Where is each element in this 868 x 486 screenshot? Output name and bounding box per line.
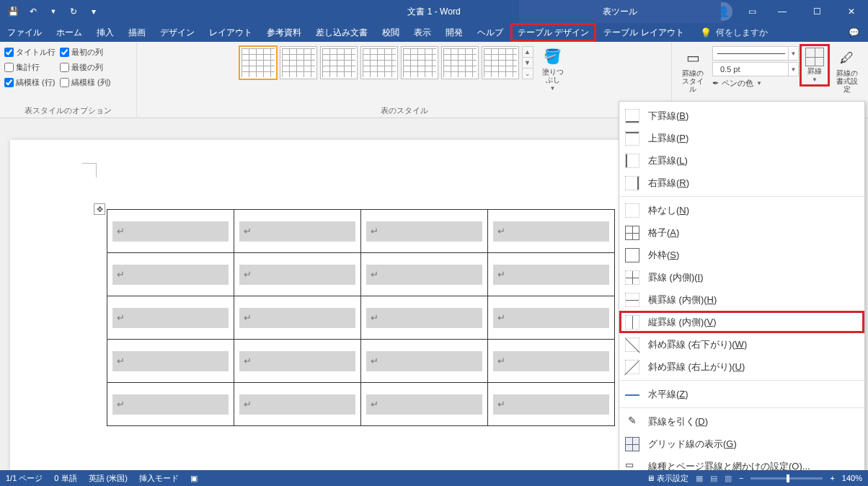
tell-me-search[interactable]: 💡 何をしますか <box>691 23 776 42</box>
close-button[interactable]: ✕ <box>835 0 868 23</box>
menu-right-border[interactable]: 右罫線(R) <box>619 172 864 194</box>
table-style-item[interactable] <box>441 46 479 79</box>
table-style-item[interactable] <box>360 46 398 79</box>
table-cell[interactable]: ↵ <box>234 296 361 340</box>
status-language[interactable]: 英語 (米国) <box>89 473 128 484</box>
tab-file[interactable]: ファイル <box>0 23 49 42</box>
undo-icon[interactable]: ↶ <box>26 6 40 17</box>
table-cell[interactable]: ↵ <box>488 296 615 340</box>
menu-top-border[interactable]: 上罫線(P) <box>619 127 864 149</box>
table-cell[interactable]: ↵ <box>361 383 488 426</box>
tab-table-layout[interactable]: テーブル レイアウト <box>596 23 691 42</box>
menu-all-borders[interactable]: 格子(A) <box>619 221 864 244</box>
menu-diagonal-up[interactable]: 斜め罫線 (右上がり)(U) <box>619 355 864 378</box>
menu-inside-vertical[interactable]: 縦罫線 (内側)(V) <box>619 311 864 333</box>
border-styles-button[interactable]: ▭ 罫線の スタイル <box>676 46 709 94</box>
macro-record-icon[interactable]: ▣ <box>190 474 198 483</box>
zoom-level[interactable]: 140% <box>842 474 862 482</box>
tab-mailings[interactable]: 差し込み文書 <box>309 23 375 42</box>
borders-grid-icon <box>805 48 824 66</box>
paint-bucket-icon: 🪣 <box>543 46 563 66</box>
table-cell[interactable]: ↵ <box>488 253 615 296</box>
tab-references[interactable]: 参考資料 <box>260 23 309 42</box>
pen-color-selector[interactable]: ✒ ペンの色 ▼ <box>712 78 799 89</box>
pen-weight-selector[interactable]: 0.5 pt▼ <box>712 62 799 76</box>
table-cell[interactable]: ↵ <box>107 340 234 383</box>
table-cell[interactable]: ↵ <box>234 340 361 383</box>
table-style-item[interactable] <box>482 46 519 79</box>
group-table-styles: ▲▼⌄ 🪣 塗りつぶし ▼ 表のスタイル <box>137 42 672 118</box>
tab-view[interactable]: 表示 <box>407 23 438 42</box>
table-cell[interactable]: ↵ <box>234 253 361 296</box>
status-word-count[interactable]: 0 単語 <box>54 473 76 484</box>
menu-inside-borders[interactable]: 罫線 (内側)(I) <box>619 266 864 288</box>
minimize-button[interactable]: — <box>766 0 799 23</box>
tab-insert[interactable]: 挿入 <box>89 23 121 42</box>
table-cell[interactable]: ↵ <box>361 340 488 383</box>
menu-inside-horizontal[interactable]: 横罫線 (内側)(H) <box>619 288 864 311</box>
gallery-scroll[interactable]: ▲▼⌄ <box>522 46 533 79</box>
tab-layout[interactable]: レイアウト <box>202 23 260 42</box>
shading-button[interactable]: 🪣 塗りつぶし ▼ <box>536 45 570 93</box>
tab-review[interactable]: 校閲 <box>375 23 407 42</box>
qat-more-icon[interactable]: ▾ <box>87 6 101 17</box>
menu-view-gridlines[interactable]: グリッド線の表示(G) <box>619 433 864 455</box>
view-print-layout[interactable]: ▤ <box>710 474 717 483</box>
ribbon-display-options-icon[interactable]: ▭ <box>740 0 764 23</box>
menu-draw-border[interactable]: ✎罫線を引く(D) <box>619 410 864 433</box>
check-first-column[interactable]: 最初の列 <box>60 45 110 59</box>
menu-horizontal-line[interactable]: 水平線(Z) <box>619 383 864 405</box>
margin-corner <box>82 163 97 177</box>
table-cell[interactable]: ↵ <box>488 383 615 426</box>
table-style-gallery[interactable]: ▲▼⌄ <box>239 45 533 79</box>
border-painter-button[interactable]: 🖊 罫線の 書式設定 <box>831 46 864 94</box>
pen-style-selector[interactable]: ▼ <box>712 46 799 61</box>
maximize-button[interactable]: ☐ <box>800 0 833 23</box>
menu-bottom-border[interactable]: 下罫線(B) <box>619 105 864 127</box>
check-header-row[interactable]: タイトル行 <box>4 45 56 59</box>
menu-outside-borders[interactable]: 外枠(S) <box>619 244 864 266</box>
tab-home[interactable]: ホーム <box>49 23 89 42</box>
check-last-column[interactable]: 最後の列 <box>60 60 110 74</box>
display-settings-button[interactable]: 🖥 表示設定 <box>647 473 688 484</box>
tab-table-design[interactable]: テーブル デザイン <box>510 23 596 42</box>
save-icon[interactable]: 💾 <box>6 6 20 17</box>
borders-dropdown-button[interactable]: 罫線 ▼ <box>802 46 828 84</box>
table-cell[interactable]: ↵ <box>107 383 234 426</box>
tab-design[interactable]: デザイン <box>153 23 202 42</box>
menu-no-border[interactable]: 枠なし(N) <box>619 199 864 221</box>
table-style-item[interactable] <box>239 46 277 79</box>
table-cell[interactable]: ↵ <box>107 296 234 340</box>
view-web-layout[interactable]: ▥ <box>725 474 732 483</box>
table-cell[interactable]: ↵ <box>107 253 234 296</box>
document-table[interactable]: ↵↵↵↵↵↵↵↵↵↵↵↵↵↵↵↵↵↵↵↵ <box>107 209 615 426</box>
zoom-out-button[interactable]: − <box>739 474 743 482</box>
tab-help[interactable]: ヘルプ <box>470 23 510 42</box>
zoom-slider[interactable] <box>750 477 823 480</box>
tab-draw[interactable]: 描画 <box>121 23 153 42</box>
table-cell[interactable]: ↵ <box>488 210 615 253</box>
table-style-item[interactable] <box>401 46 438 79</box>
table-cell[interactable]: ↵ <box>361 210 488 253</box>
table-style-item[interactable] <box>320 46 358 79</box>
check-total-row[interactable]: 集計行 <box>4 60 56 74</box>
menu-left-border[interactable]: 左罫線(L) <box>619 149 864 172</box>
menu-diagonal-down[interactable]: 斜め罫線 (右下がり)(W) <box>619 333 864 355</box>
redo-icon[interactable]: ↻ <box>66 6 81 17</box>
table-cell[interactable]: ↵ <box>234 383 361 426</box>
check-banded-rows[interactable]: 縞模様 (行) <box>4 75 56 89</box>
table-cell[interactable]: ↵ <box>488 340 615 383</box>
table-cell[interactable]: ↵ <box>361 253 488 296</box>
view-read-mode[interactable]: ▦ <box>696 474 703 483</box>
table-style-item[interactable] <box>280 46 317 79</box>
table-cell[interactable]: ↵ <box>234 210 361 253</box>
comments-button[interactable]: 💬 <box>839 23 868 42</box>
table-cell[interactable]: ↵ <box>107 210 234 253</box>
table-cell[interactable]: ↵ <box>361 296 488 340</box>
zoom-in-button[interactable]: + <box>830 474 834 482</box>
check-banded-columns[interactable]: 縞模様 (列) <box>60 75 110 89</box>
status-page[interactable]: 1/1 ページ <box>6 473 43 484</box>
tab-developer[interactable]: 開発 <box>438 23 470 42</box>
table-move-handle[interactable]: ✥ <box>94 203 105 215</box>
status-insert-mode[interactable]: 挿入モード <box>139 473 179 484</box>
